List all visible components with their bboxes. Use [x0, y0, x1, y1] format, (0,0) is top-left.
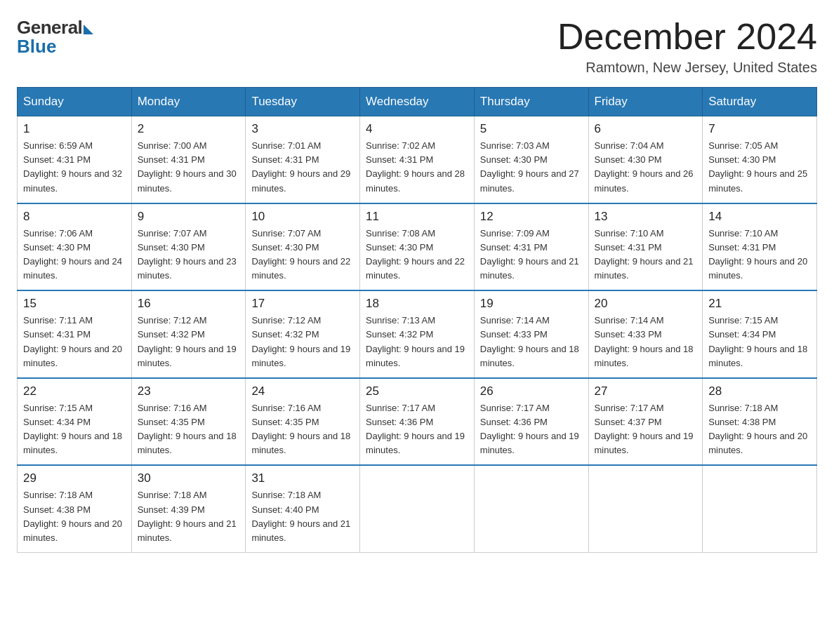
day-info: Sunrise: 7:18 AMSunset: 4:40 PMDaylight:… — [251, 488, 354, 545]
day-info: Sunrise: 7:17 AMSunset: 4:36 PMDaylight:… — [366, 401, 468, 458]
logo-triangle-icon — [84, 25, 93, 34]
header-day-saturday: Saturday — [703, 88, 817, 116]
day-cell-22: 22 Sunrise: 7:15 AMSunset: 4:34 PMDaylig… — [18, 378, 132, 466]
day-cell-19: 19 Sunrise: 7:14 AMSunset: 4:33 PMDaylig… — [474, 290, 588, 378]
title-block: December 2024 Ramtown, New Jersey, Unite… — [557, 17, 817, 76]
day-cell-27: 27 Sunrise: 7:17 AMSunset: 4:37 PMDaylig… — [588, 378, 703, 466]
day-cell-26: 26 Sunrise: 7:17 AMSunset: 4:36 PMDaylig… — [474, 378, 588, 466]
day-info: Sunrise: 7:05 AMSunset: 4:30 PMDaylight:… — [708, 139, 811, 196]
day-number: 30 — [138, 471, 240, 485]
day-info: Sunrise: 7:11 AMSunset: 4:31 PMDaylight:… — [23, 314, 126, 370]
header-day-sunday: Sunday — [18, 88, 132, 116]
logo: General Blue — [17, 17, 93, 58]
header-day-tuesday: Tuesday — [246, 88, 360, 116]
day-info: Sunrise: 7:12 AMSunset: 4:32 PMDaylight:… — [251, 314, 354, 370]
day-cell-6: 6 Sunrise: 7:04 AMSunset: 4:30 PMDayligh… — [588, 116, 703, 203]
empty-cell — [360, 465, 475, 552]
day-number: 17 — [251, 297, 354, 311]
day-number: 21 — [708, 297, 811, 311]
week-row-4: 22 Sunrise: 7:15 AMSunset: 4:34 PMDaylig… — [18, 378, 817, 466]
day-cell-30: 30 Sunrise: 7:18 AMSunset: 4:39 PMDaylig… — [131, 465, 246, 552]
day-cell-21: 21 Sunrise: 7:15 AMSunset: 4:34 PMDaylig… — [703, 290, 817, 378]
day-info: Sunrise: 7:14 AMSunset: 4:33 PMDaylight:… — [595, 314, 697, 370]
day-number: 22 — [23, 384, 126, 398]
day-cell-17: 17 Sunrise: 7:12 AMSunset: 4:32 PMDaylig… — [246, 290, 360, 378]
day-info: Sunrise: 7:18 AMSunset: 4:38 PMDaylight:… — [23, 488, 126, 545]
day-cell-12: 12 Sunrise: 7:09 AMSunset: 4:31 PMDaylig… — [474, 203, 588, 291]
day-cell-10: 10 Sunrise: 7:07 AMSunset: 4:30 PMDaylig… — [246, 203, 360, 291]
day-info: Sunrise: 7:08 AMSunset: 4:30 PMDaylight:… — [366, 227, 468, 283]
day-cell-16: 16 Sunrise: 7:12 AMSunset: 4:32 PMDaylig… — [131, 290, 246, 378]
day-info: Sunrise: 7:15 AMSunset: 4:34 PMDaylight:… — [23, 401, 126, 458]
header-day-thursday: Thursday — [474, 88, 588, 116]
day-info: Sunrise: 7:10 AMSunset: 4:31 PMDaylight:… — [595, 227, 697, 283]
day-number: 6 — [595, 122, 697, 136]
day-info: Sunrise: 7:02 AMSunset: 4:31 PMDaylight:… — [366, 139, 468, 196]
day-cell-14: 14 Sunrise: 7:10 AMSunset: 4:31 PMDaylig… — [703, 203, 817, 291]
day-number: 28 — [708, 384, 811, 398]
day-cell-15: 15 Sunrise: 7:11 AMSunset: 4:31 PMDaylig… — [18, 290, 132, 378]
week-row-5: 29 Sunrise: 7:18 AMSunset: 4:38 PMDaylig… — [18, 465, 817, 552]
day-number: 16 — [138, 297, 240, 311]
day-number: 19 — [480, 297, 583, 311]
day-cell-31: 31 Sunrise: 7:18 AMSunset: 4:40 PMDaylig… — [246, 465, 360, 552]
empty-cell — [703, 465, 817, 552]
day-cell-29: 29 Sunrise: 7:18 AMSunset: 4:38 PMDaylig… — [18, 465, 132, 552]
calendar-title: December 2024 — [557, 17, 817, 57]
day-info: Sunrise: 7:07 AMSunset: 4:30 PMDaylight:… — [138, 227, 240, 283]
day-info: Sunrise: 7:07 AMSunset: 4:30 PMDaylight:… — [251, 227, 354, 283]
day-cell-2: 2 Sunrise: 7:00 AMSunset: 4:31 PMDayligh… — [131, 116, 246, 203]
day-cell-24: 24 Sunrise: 7:16 AMSunset: 4:35 PMDaylig… — [246, 378, 360, 466]
day-info: Sunrise: 7:18 AMSunset: 4:39 PMDaylight:… — [138, 488, 240, 545]
day-cell-18: 18 Sunrise: 7:13 AMSunset: 4:32 PMDaylig… — [360, 290, 475, 378]
day-info: Sunrise: 7:18 AMSunset: 4:38 PMDaylight:… — [708, 401, 811, 458]
day-cell-7: 7 Sunrise: 7:05 AMSunset: 4:30 PMDayligh… — [703, 116, 817, 203]
day-cell-3: 3 Sunrise: 7:01 AMSunset: 4:31 PMDayligh… — [246, 116, 360, 203]
day-cell-11: 11 Sunrise: 7:08 AMSunset: 4:30 PMDaylig… — [360, 203, 475, 291]
day-info: Sunrise: 7:17 AMSunset: 4:36 PMDaylight:… — [480, 401, 583, 458]
day-number: 11 — [366, 210, 468, 224]
day-cell-20: 20 Sunrise: 7:14 AMSunset: 4:33 PMDaylig… — [588, 290, 703, 378]
empty-cell — [588, 465, 703, 552]
header-day-wednesday: Wednesday — [360, 88, 475, 116]
day-number: 18 — [366, 297, 468, 311]
day-number: 13 — [595, 210, 697, 224]
day-cell-23: 23 Sunrise: 7:16 AMSunset: 4:35 PMDaylig… — [131, 378, 246, 466]
header-day-monday: Monday — [131, 88, 246, 116]
week-row-3: 15 Sunrise: 7:11 AMSunset: 4:31 PMDaylig… — [18, 290, 817, 378]
day-cell-13: 13 Sunrise: 7:10 AMSunset: 4:31 PMDaylig… — [588, 203, 703, 291]
day-info: Sunrise: 7:03 AMSunset: 4:30 PMDaylight:… — [480, 139, 583, 196]
day-number: 23 — [138, 384, 240, 398]
day-number: 15 — [23, 297, 126, 311]
day-info: Sunrise: 7:06 AMSunset: 4:30 PMDaylight:… — [23, 227, 126, 283]
day-number: 31 — [251, 471, 354, 485]
day-number: 12 — [480, 210, 583, 224]
day-info: Sunrise: 6:59 AMSunset: 4:31 PMDaylight:… — [23, 139, 126, 196]
day-info: Sunrise: 7:12 AMSunset: 4:32 PMDaylight:… — [138, 314, 240, 370]
day-info: Sunrise: 7:00 AMSunset: 4:31 PMDaylight:… — [138, 139, 240, 196]
day-info: Sunrise: 7:13 AMSunset: 4:32 PMDaylight:… — [366, 314, 468, 370]
week-row-2: 8 Sunrise: 7:06 AMSunset: 4:30 PMDayligh… — [18, 203, 817, 291]
week-row-1: 1 Sunrise: 6:59 AMSunset: 4:31 PMDayligh… — [18, 116, 817, 203]
day-number: 14 — [708, 210, 811, 224]
day-cell-5: 5 Sunrise: 7:03 AMSunset: 4:30 PMDayligh… — [474, 116, 588, 203]
day-number: 10 — [251, 210, 354, 224]
day-number: 25 — [366, 384, 468, 398]
day-cell-8: 8 Sunrise: 7:06 AMSunset: 4:30 PMDayligh… — [18, 203, 132, 291]
page-header: General Blue December 2024 Ramtown, New … — [17, 17, 817, 76]
day-number: 2 — [138, 122, 240, 136]
day-cell-28: 28 Sunrise: 7:18 AMSunset: 4:38 PMDaylig… — [703, 378, 817, 466]
day-number: 7 — [708, 122, 811, 136]
empty-cell — [474, 465, 588, 552]
day-cell-9: 9 Sunrise: 7:07 AMSunset: 4:30 PMDayligh… — [131, 203, 246, 291]
header-day-friday: Friday — [588, 88, 703, 116]
day-info: Sunrise: 7:14 AMSunset: 4:33 PMDaylight:… — [480, 314, 583, 370]
day-info: Sunrise: 7:04 AMSunset: 4:30 PMDaylight:… — [595, 139, 697, 196]
day-cell-4: 4 Sunrise: 7:02 AMSunset: 4:31 PMDayligh… — [360, 116, 475, 203]
header-row: SundayMondayTuesdayWednesdayThursdayFrid… — [18, 88, 817, 116]
day-info: Sunrise: 7:16 AMSunset: 4:35 PMDaylight:… — [251, 401, 354, 458]
day-number: 8 — [23, 210, 126, 224]
day-info: Sunrise: 7:09 AMSunset: 4:31 PMDaylight:… — [480, 227, 583, 283]
day-number: 4 — [366, 122, 468, 136]
day-number: 29 — [23, 471, 126, 485]
